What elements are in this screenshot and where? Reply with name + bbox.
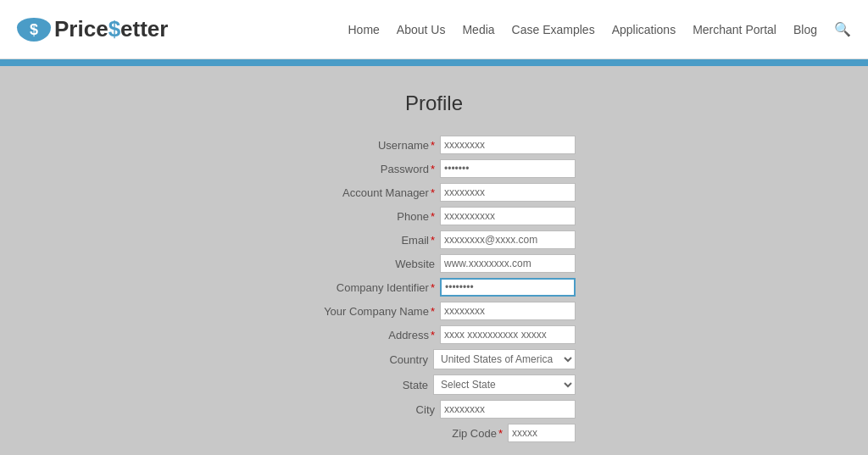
state-label: State: [292, 379, 428, 391]
nav-media[interactable]: Media: [462, 23, 494, 36]
nav-blog[interactable]: Blog: [793, 23, 817, 36]
header: Price $ etter Home About Us Media Case E…: [0, 0, 868, 59]
zip-input[interactable]: [508, 424, 576, 442]
username-label: Username*: [299, 139, 435, 152]
address-row: Address*: [299, 325, 576, 344]
company-name-label: Your Company Name*: [299, 305, 435, 318]
company-name-row: Your Company Name*: [299, 302, 576, 320]
logo-price: Price: [54, 16, 108, 42]
nav: Home About Us Media Case Examples Applic…: [348, 21, 852, 37]
profile-form: Username* Password* Account Manager* Pho…: [292, 136, 576, 455]
email-label: Email*: [299, 234, 435, 247]
page-title: Profile: [405, 92, 463, 115]
city-input[interactable]: [440, 400, 576, 419]
logo-area: Price $ etter: [17, 16, 168, 42]
logo-dollar: $: [108, 16, 120, 42]
website-input[interactable]: [440, 254, 576, 273]
state-select[interactable]: Select State Alabama Alaska Arizona Cali…: [433, 375, 576, 395]
phone-row: Phone*: [299, 207, 576, 225]
website-row: Website: [299, 254, 576, 273]
email-input[interactable]: [440, 230, 576, 249]
city-row: City: [299, 400, 576, 419]
search-icon[interactable]: 🔍: [834, 21, 851, 37]
main-content: Profile Username* Password* Account Mana…: [0, 66, 868, 455]
address-label: Address*: [299, 329, 435, 341]
logo-cloud-icon: [17, 18, 51, 42]
state-row: State Select State Alabama Alaska Arizon…: [292, 375, 576, 395]
account-manager-row: Account Manager*: [299, 183, 576, 202]
phone-label: Phone*: [299, 210, 435, 223]
password-label: Password*: [299, 163, 435, 175]
address-input[interactable]: [440, 325, 576, 344]
nav-applications[interactable]: Applications: [612, 23, 676, 36]
username-row: Username*: [299, 136, 576, 154]
nav-home[interactable]: Home: [348, 23, 380, 36]
zip-label: Zip Code*: [367, 427, 503, 440]
nav-about[interactable]: About Us: [397, 23, 446, 36]
username-input[interactable]: [440, 136, 576, 154]
zip-row: Zip Code*: [367, 424, 576, 442]
password-input[interactable]: [440, 159, 576, 178]
company-identifier-label: Company Identifier*: [299, 281, 435, 294]
website-label: Website: [299, 258, 435, 270]
company-name-input[interactable]: [440, 302, 576, 320]
password-row: Password*: [299, 159, 576, 178]
country-row: Country United States of America Canada …: [292, 349, 576, 369]
account-manager-label: Account Manager*: [299, 186, 435, 199]
country-select[interactable]: United States of America Canada Mexico O…: [433, 349, 576, 369]
logo-setter: etter: [120, 16, 168, 42]
account-manager-input[interactable]: [440, 183, 576, 202]
city-label: City: [299, 403, 435, 416]
country-label: Country: [292, 353, 428, 366]
phone-input[interactable]: [440, 207, 576, 225]
blue-bar: [0, 59, 868, 66]
company-identifier-input[interactable]: [440, 278, 576, 297]
nav-merchant-portal[interactable]: Merchant Portal: [693, 23, 776, 36]
company-identifier-row: Company Identifier*: [299, 278, 576, 297]
nav-case-examples[interactable]: Case Examples: [512, 23, 595, 36]
email-row: Email*: [299, 230, 576, 249]
